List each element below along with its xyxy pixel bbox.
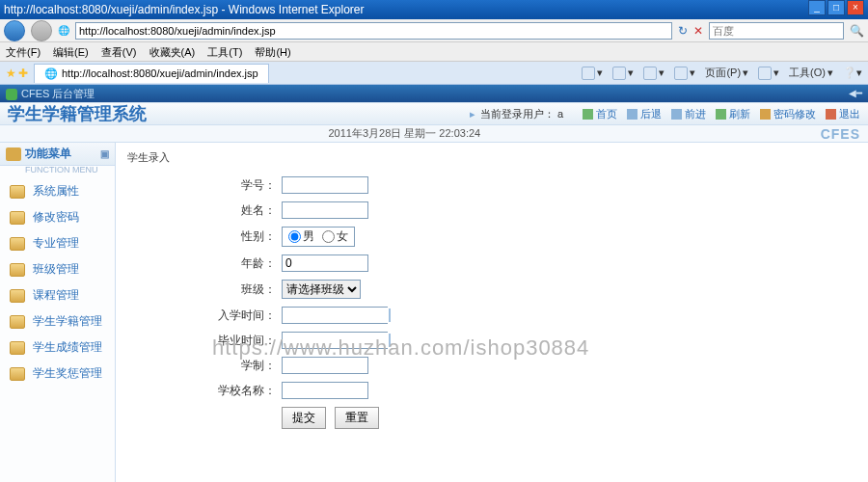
menu-file[interactable]: 文件(F) [6,46,41,58]
submit-button[interactable]: 提交 [282,407,326,429]
menu-icon [10,367,25,381]
input-age[interactable] [282,254,368,272]
app-titlebar: CFES 后台管理 ◀━ [0,85,868,102]
radio-female-label[interactable]: 女 [322,228,348,245]
url-input[interactable] [75,22,672,40]
nav-back-button[interactable] [4,20,25,41]
menu-view[interactable]: 查看(V) [101,46,137,58]
label-enroll: 入学时间： [127,308,282,324]
menu-icon [10,211,25,225]
nav-back[interactable]: 后退 [627,107,662,121]
sidebar-item-course[interactable]: 课程管理 [0,282,115,308]
ie-print-button[interactable]: ▾ [674,66,695,80]
nav-forward-button[interactable] [31,20,52,41]
radio-female[interactable] [322,230,335,243]
main-area: 功能菜单 ▣ FUNCTION MENU 系统属性 修改密码 专业管理 班级管理… [0,143,868,482]
label-sno: 学号： [127,177,282,194]
sidebar-item-reward[interactable]: 学生奖惩管理 [0,361,115,387]
app-min-icon[interactable]: ◀━ [849,85,862,102]
top-tools: 首页 后退 前进 刷新 密码修改 退出 [583,107,860,121]
ie-home-button[interactable]: ▾ [582,66,603,80]
input-years[interactable] [282,357,368,374]
menu-edit[interactable]: 编辑(E) [53,46,89,58]
favorites-icon[interactable]: ★ [6,67,16,80]
ie-feed-button[interactable]: ▾ [612,66,634,80]
nav-forward[interactable]: 前进 [671,107,706,121]
content-panel: 学生录入 学号： 姓名： 性别： 男 女 年龄： 班级： 请选择班级 入学时间： [116,143,868,482]
gender-group: 男 女 [282,227,355,247]
label-gender: 性别： [127,228,282,245]
sidebar-item-label: 学生学籍管理 [33,313,102,330]
input-enroll[interactable] [283,308,389,323]
app-icon [6,89,17,100]
radio-male[interactable] [288,230,301,243]
breadcrumb: 学生录入 [127,150,856,165]
maximize-button[interactable]: □ [827,0,845,15]
calendar-icon[interactable] [389,308,391,322]
label-years: 学制： [127,358,282,374]
menu-favorites[interactable]: 收藏夹(A) [149,46,196,58]
sidebar-item-class[interactable]: 班级管理 [0,256,115,282]
menu-bar: 文件(F) 编辑(E) 查看(V) 收藏夹(A) 工具(T) 帮助(H) [0,42,868,62]
arrow-icon: ▸ [470,108,475,120]
app-header: 学生学籍管理系统 ▸ 当前登录用户： a 首页 后退 前进 刷新 密码修改 退出 [0,102,868,125]
select-class[interactable]: 请选择班级 [282,280,361,299]
nav-changepw[interactable]: 密码修改 [760,107,816,121]
label-age: 年龄： [127,255,282,272]
menu-icon [10,263,25,277]
calendar-icon[interactable] [389,334,391,347]
sidebar-title: 功能菜单 ▣ [0,143,115,166]
minimize-button[interactable]: _ [808,0,826,15]
search-input[interactable] [709,22,844,40]
search-icon[interactable]: 🔍 [850,24,864,38]
input-sno[interactable] [282,176,368,194]
input-school[interactable] [282,382,368,399]
add-favorite-icon[interactable]: ✚ [18,67,28,80]
nav-logout[interactable]: 退出 [826,107,860,121]
sidebar-item-grade[interactable]: 学生成绩管理 [0,335,115,361]
browser-tab[interactable]: 🌐 http://localhost:8080/xueji/admin/inde… [34,64,269,83]
sidebar-item-sysattr[interactable]: 系统属性 [0,178,115,204]
ie-safety-button[interactable]: ▾ [758,66,779,80]
folder-icon [6,147,21,161]
ie-tools-button[interactable]: 工具(O)▾ [789,66,833,80]
ie-page-button[interactable]: 页面(P)▾ [705,66,748,80]
sidebar-item-label: 班级管理 [33,261,79,278]
menu-help[interactable]: 帮助(H) [255,46,290,58]
input-graduate[interactable] [283,333,389,348]
label-school: 学校名称： [127,383,282,399]
menu-icon [10,315,25,329]
current-user-label: 当前登录用户： [480,108,555,120]
input-name[interactable] [282,201,368,219]
radio-male-label[interactable]: 男 [288,228,314,245]
menu-tools[interactable]: 工具(T) [207,46,242,58]
sidebar-subtitle: FUNCTION MENU [0,165,115,174]
sidebar-item-label: 专业管理 [33,235,79,252]
refresh-icon[interactable]: ↻ [678,24,688,38]
close-button[interactable]: × [847,0,864,15]
tab-title: http://localhost:8080/xueji/admin/index.… [62,67,258,79]
nav-home[interactable]: 首页 [583,107,617,121]
window-titlebar: http://localhost:8080/xueji/admin/index.… [0,0,868,19]
address-bar: 🌐 ↻ ✕ 🔍 [0,19,868,42]
nav-refresh[interactable]: 刷新 [716,107,750,121]
sidebar-item-label: 修改密码 [33,209,79,226]
sidebar-item-student[interactable]: 学生学籍管理 [0,308,115,335]
reset-button[interactable]: 重置 [335,407,379,429]
tab-icon: 🌐 [44,67,58,80]
collapse-icon[interactable]: ▣ [100,148,109,159]
row-age: 年龄： [127,254,856,272]
tab-bar: ★ ✚ 🌐 http://localhost:8080/xueji/admin/… [0,62,868,85]
row-gender: 性别： 男 女 [127,227,856,247]
sidebar-item-major[interactable]: 专业管理 [0,230,115,256]
sidebar-item-changepw[interactable]: 修改密码 [0,204,115,230]
stop-icon[interactable]: ✕ [693,24,703,38]
ie-help-button[interactable]: ❔▾ [843,66,862,80]
menu-icon [10,289,25,303]
sidebar-title-text: 功能菜单 [25,146,71,162]
sidebar-item-label: 学生成绩管理 [33,339,102,356]
ie-mail-button[interactable]: ▾ [643,66,665,80]
app-small-title: CFES 后台管理 [21,88,95,99]
row-school: 学校名称： [127,382,856,399]
sidebar: 功能菜单 ▣ FUNCTION MENU 系统属性 修改密码 专业管理 班级管理… [0,143,116,482]
